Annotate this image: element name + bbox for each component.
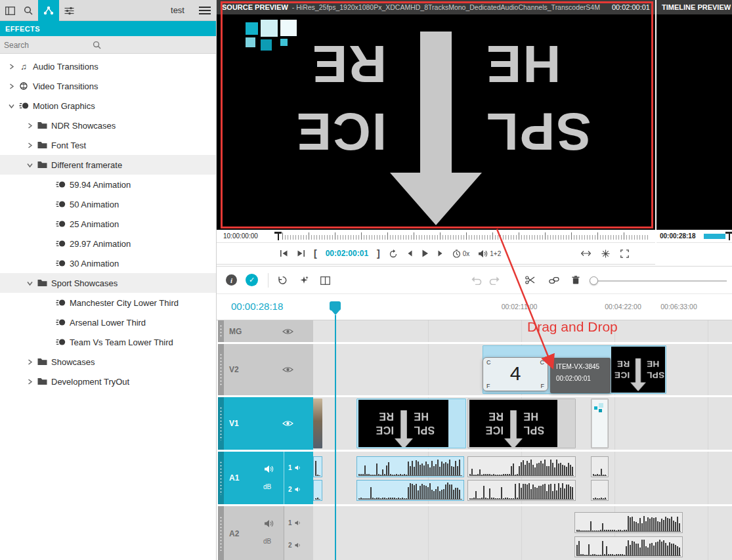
go-to-in-button[interactable] bbox=[280, 249, 288, 257]
tree-item-30-animation[interactable]: 30 Animation bbox=[0, 253, 216, 273]
speaker-icon[interactable] bbox=[264, 465, 274, 473]
undo-icon[interactable] bbox=[471, 276, 483, 285]
chevron-right-icon[interactable] bbox=[24, 142, 35, 148]
chevron-down-icon[interactable] bbox=[24, 280, 35, 286]
chevron-right-icon[interactable] bbox=[24, 379, 35, 385]
tree-item-25-animation[interactable]: 25 Animation bbox=[0, 214, 216, 234]
timeline-video-viewport[interactable] bbox=[657, 14, 732, 230]
source-ruler[interactable]: 10:00:00:00 bbox=[217, 230, 655, 243]
zoom-slider-knob[interactable] bbox=[590, 276, 598, 285]
cut-icon[interactable] bbox=[525, 276, 535, 284]
fullscreen-button[interactable] bbox=[620, 249, 629, 258]
search-bar[interactable] bbox=[0, 36, 216, 54]
drag-handle-icon[interactable] bbox=[218, 344, 224, 395]
visibility-eye-icon[interactable] bbox=[282, 366, 293, 374]
chevron-right-icon[interactable] bbox=[24, 359, 35, 365]
drag-handle-icon[interactable] bbox=[218, 506, 224, 560]
delete-icon[interactable] bbox=[572, 276, 580, 284]
track-header-v2[interactable]: V2 bbox=[218, 344, 313, 395]
chevron-down-icon[interactable] bbox=[24, 162, 35, 168]
tree-item-team-vs-team-lower-third[interactable]: Team Vs Team Lower Third bbox=[0, 332, 216, 352]
audio-monitor-button[interactable]: 1+2 bbox=[478, 249, 501, 258]
track-content-v1[interactable]: SPLICEHERE SPLICEHERE bbox=[313, 397, 732, 450]
chevron-down-icon[interactable] bbox=[5, 103, 17, 109]
search-tool-button[interactable] bbox=[18, 0, 38, 21]
audio-clip[interactable] bbox=[313, 452, 322, 504]
audio-clip[interactable] bbox=[467, 452, 576, 504]
split-view-icon[interactable] bbox=[320, 276, 330, 285]
search-input[interactable] bbox=[4, 38, 89, 52]
play-button[interactable] bbox=[421, 249, 429, 257]
track-header-v1[interactable]: V1 bbox=[218, 397, 313, 450]
timeline-preview-ruler[interactable]: 00:00:28:18 bbox=[657, 230, 732, 243]
chevron-right-icon[interactable] bbox=[24, 123, 35, 129]
step-back-button[interactable] bbox=[406, 250, 413, 257]
tree-item-59-94-animation[interactable]: 59.94 Animation bbox=[0, 175, 216, 194]
tree-item-29-97-animation[interactable]: 29.97 Animation bbox=[0, 234, 216, 253]
track-header-a2[interactable]: A2 dB 1 2 bbox=[218, 506, 313, 560]
info-icon[interactable]: i bbox=[226, 274, 237, 286]
chevron-right-icon[interactable] bbox=[5, 83, 17, 89]
tree-item-manchester-city-lower-third[interactable]: Manchester City Lower Third bbox=[0, 293, 216, 312]
track-content-mg[interactable] bbox=[313, 320, 732, 342]
channel-row[interactable]: 1 bbox=[288, 514, 311, 531]
tree-item-showcases[interactable]: Showcases bbox=[0, 352, 216, 372]
mark-in-bracket[interactable]: [ bbox=[314, 248, 317, 259]
tree-item-video-transitions[interactable]: Video Transitions bbox=[0, 76, 216, 96]
audio-clip-selected[interactable] bbox=[356, 452, 464, 504]
adjust-tool-button[interactable] bbox=[59, 0, 79, 21]
reset-icon[interactable] bbox=[278, 276, 288, 285]
tree-item-sport-showcases[interactable]: Sport Showcases bbox=[0, 273, 216, 293]
redo-icon[interactable] bbox=[488, 276, 500, 285]
source-video-viewport[interactable]: SPLICEHERE bbox=[217, 14, 655, 230]
tree-item-arsenal-lower-third[interactable]: Arsenal Lower Third bbox=[0, 312, 216, 332]
db-label[interactable]: dB bbox=[263, 538, 271, 545]
tree-item-development-tryout[interactable]: Development TryOut bbox=[0, 372, 216, 391]
playhead-handle[interactable] bbox=[330, 301, 341, 311]
layout-panel-button[interactable] bbox=[0, 0, 20, 21]
timeline-ruler[interactable]: 00:00:28:18 00:02:11:0000:04:22:0000:06:… bbox=[217, 294, 732, 320]
visibility-eye-icon[interactable] bbox=[282, 420, 293, 427]
channel-row[interactable]: 1 bbox=[288, 459, 311, 476]
link-icon[interactable] bbox=[549, 276, 559, 284]
video-clip[interactable] bbox=[313, 398, 322, 448]
tree-item-different-framerate[interactable]: Different framerate bbox=[0, 155, 216, 175]
step-forward-button[interactable] bbox=[437, 250, 444, 257]
video-clip[interactable] bbox=[591, 398, 609, 448]
go-to-out-button[interactable] bbox=[297, 249, 305, 257]
pan-button[interactable] bbox=[581, 250, 591, 257]
timeline-preview-marker[interactable] bbox=[725, 232, 732, 240]
track-content-a2[interactable] bbox=[313, 506, 732, 560]
tree-item-motion-graphics[interactable]: Motion Graphics bbox=[0, 96, 216, 116]
effects-tool-button[interactable] bbox=[38, 0, 59, 21]
channel-row[interactable]: 2 bbox=[288, 536, 311, 553]
channel-row[interactable]: 2 bbox=[288, 481, 311, 498]
magic-wand-icon[interactable] bbox=[299, 276, 309, 285]
source-playhead-marker[interactable] bbox=[274, 232, 282, 240]
track-header-mg[interactable]: MG bbox=[218, 320, 313, 342]
mark-out-bracket[interactable]: ] bbox=[377, 248, 380, 259]
visibility-eye-icon[interactable] bbox=[282, 328, 293, 335]
video-clip-selected[interactable]: SPLICEHERE bbox=[356, 398, 466, 448]
chevron-right-icon[interactable] bbox=[5, 64, 17, 70]
audio-clip[interactable] bbox=[574, 506, 683, 560]
drag-handle-icon[interactable] bbox=[218, 452, 224, 504]
zoom-slider[interactable] bbox=[590, 280, 727, 282]
speed-indicator[interactable]: 0x bbox=[452, 249, 470, 258]
track-header-a1[interactable]: A1 dB 1 2 bbox=[218, 452, 313, 504]
approve-icon[interactable]: ✓ bbox=[246, 274, 258, 286]
speaker-icon[interactable] bbox=[264, 519, 274, 528]
audio-clip[interactable] bbox=[591, 452, 609, 504]
db-label[interactable]: dB bbox=[263, 483, 271, 490]
track-content-a1[interactable] bbox=[313, 452, 732, 504]
video-clip[interactable]: SPLICEHERE bbox=[467, 398, 576, 448]
settings-icon[interactable] bbox=[601, 249, 610, 258]
menu-button[interactable] bbox=[199, 6, 211, 15]
tree-item-audio-transitions[interactable]: ♫Audio Transitions bbox=[0, 56, 216, 76]
loop-button[interactable] bbox=[389, 249, 398, 258]
tree-item-font-test[interactable]: Font Test bbox=[0, 135, 216, 155]
drag-handle-icon[interactable] bbox=[218, 320, 224, 342]
drag-handle-icon[interactable] bbox=[218, 397, 224, 450]
tree-item-50-animation[interactable]: 50 Animation bbox=[0, 194, 216, 214]
playhead-line[interactable] bbox=[335, 315, 336, 560]
